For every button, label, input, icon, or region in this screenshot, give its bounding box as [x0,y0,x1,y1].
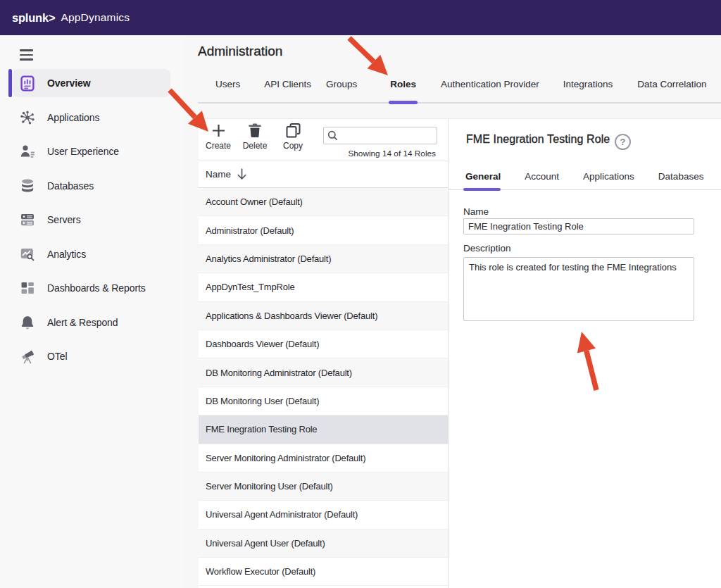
splunk-logo: splunk> [12,11,55,25]
role-name-cell: Applications & Dashboards Viewer (Defaul… [206,311,377,321]
role-detail-title: FME Inegration Testing Role [466,133,610,146]
detail-tab-databases[interactable]: Databases [658,171,704,189]
tab-data-correlation[interactable]: Data Correlation [627,74,717,102]
sidebar-item-label: Overview [47,77,90,89]
sidebar-item-label: Databases [47,180,94,192]
tab-integrations[interactable]: Integrations [553,74,624,102]
servers-stack-icon [20,212,35,227]
sidebar-item-label: Servers [47,214,81,225]
role-row-appdyntest-tmprole[interactable]: AppDynTest_TmpRole [199,273,448,301]
trash-icon [235,123,275,138]
role-name-cell: Account Owner (Default) [206,196,303,207]
detail-tab-account[interactable]: Account [525,171,559,189]
role-name-cell: Server Monitoring User (Default) [206,481,333,492]
sidebar-item-user-experience[interactable]: User Experience [13,137,170,165]
sidebar: OverviewApplicationsUser ExperienceDatab… [0,35,183,588]
table-header[interactable]: Name [199,161,448,188]
showing-count-text: Showing 14 of 14 Roles [348,149,436,158]
copy-button-label: Copy [273,141,313,151]
role-name-cell: Universal Agent User (Default) [206,538,325,549]
sidebar-item-databases[interactable]: Databases [13,172,170,200]
sidebar-item-overview[interactable]: Overview [13,69,170,97]
sidebar-item-otel[interactable]: OTel [13,342,170,370]
role-row-db-monitoring-user-default[interactable]: DB Monitoring User (Default) [199,387,448,415]
tab-authentication-provider[interactable]: Authentication Provider [430,74,550,102]
role-name-cell: DB Monitoring User (Default) [206,396,319,406]
plus-icon [199,123,238,138]
sidebar-item-label: Alert & Respond [47,317,118,328]
role-detail-tabs: GeneralAccountApplicationsDatabases [465,171,703,189]
roles-table-rows: Account Owner (Default)Administrator (De… [199,188,448,586]
search-input[interactable] [341,131,425,141]
detail-tab-applications[interactable]: Applications [583,171,634,189]
role-name-cell: Universal Agent Administrator (Default) [206,509,358,520]
sidebar-item-applications[interactable]: Applications [13,104,170,132]
create-button-label: Create [199,141,238,151]
role-name-cell: Server Monitoring Administrator (Default… [206,453,365,463]
name-column-header[interactable]: Name [206,169,231,180]
roles-toolbar: Create Delete Copy Showing 14 of 14 Role… [199,119,448,161]
tab-groups[interactable]: Groups [315,74,368,102]
overview-document-chart-icon [20,75,35,91]
otel-telescope-icon [20,349,35,364]
role-name-cell: Workflow Executor (Default) [206,566,315,577]
sidebar-item-alert-respond[interactable]: Alert & Respond [13,308,170,337]
appdynamics-logo-text: AppDynamics [61,11,130,24]
tab-users[interactable]: Users [205,74,251,102]
description-field-label: Description [463,243,511,254]
role-row-server-monitoring-user-default[interactable]: Server Monitoring User (Default) [199,473,448,501]
role-row-fme-inegration-testing-role[interactable]: FME Inegration Testing Role [199,415,448,444]
sidebar-item-dashboards-reports[interactable]: Dashboards & Reports [13,274,170,302]
role-name-cell: AppDynTest_TmpRole [206,282,294,292]
tab-roles[interactable]: Roles [380,74,427,102]
analytics-chart-magnifier-icon [20,246,35,262]
name-field-label: Name [463,206,489,217]
top-bar: splunk> AppDynamics [0,0,721,35]
hamburger-menu-icon[interactable] [20,49,33,61]
role-general-form: Name Description This role is created fo… [449,190,721,470]
sidebar-item-label: Analytics [47,249,86,260]
roles-list-panel: Create Delete Copy Showing 14 of 14 Role… [199,118,449,588]
role-name-cell: Administrator (Default) [206,225,294,236]
databases-cylinder-icon [20,178,35,194]
sidebar-item-label: User Experience [47,146,119,157]
dashboards-grid-icon [20,280,35,296]
sidebar-item-label: Dashboards & Reports [47,282,146,294]
applications-network-icon [20,110,35,125]
user-experience-person-icon [20,144,35,159]
role-row-dashboards-viewer-default[interactable]: Dashboards Viewer (Default) [199,330,448,358]
help-icon[interactable]: ? [615,134,631,150]
page-title: Administration [198,44,282,59]
sidebar-nav: OverviewApplicationsUser ExperienceDatab… [0,69,183,377]
delete-button-label: Delete [235,141,275,151]
role-description-textarea[interactable]: This role is created for testing the FME… [463,257,694,321]
role-row-analytics-administrator-default[interactable]: Analytics Administrator (Default) [199,245,448,273]
role-name-cell: Dashboards Viewer (Default) [206,339,319,349]
copy-button[interactable]: Copy [273,123,313,151]
tab-api-clients[interactable]: API Clients [253,74,322,102]
role-row-account-owner-default[interactable]: Account Owner (Default) [199,188,448,216]
create-button[interactable]: Create [199,123,238,151]
search-icon [327,130,338,141]
administration-page: splunk> AppDynamics OverviewApplications… [0,0,721,588]
delete-button[interactable]: Delete [235,123,275,151]
role-detail-panel: FME Inegration Testing Role ? GeneralAcc… [449,118,721,588]
tabs-divider [198,102,721,104]
role-row-db-monitoring-administrator-default[interactable]: DB Monitoring Administrator (Default) [199,358,448,387]
role-row-applications-dashboards-viewer-default[interactable]: Applications & Dashboards Viewer (Defaul… [199,302,448,330]
sidebar-item-analytics[interactable]: Analytics [13,240,170,268]
role-row-workflow-executor-default[interactable]: Workflow Executor (Default) [199,558,448,586]
role-row-server-monitoring-administrator-default[interactable]: Server Monitoring Administrator (Default… [199,444,448,473]
sort-descending-icon [237,168,247,180]
arrow-to-roles-tab [347,36,388,75]
detail-tab-general[interactable]: General [465,171,501,189]
search-box[interactable] [323,127,437,144]
role-name-input[interactable] [463,218,694,234]
role-row-universal-agent-administrator-default[interactable]: Universal Agent Administrator (Default) [199,501,448,529]
role-name-cell: FME Inegration Testing Role [206,424,317,434]
alert-bell-icon [20,315,35,330]
role-row-universal-agent-user-default[interactable]: Universal Agent User (Default) [199,530,448,558]
sidebar-item-servers[interactable]: Servers [13,206,170,234]
role-row-administrator-default[interactable]: Administrator (Default) [199,216,448,244]
role-name-cell: DB Monitoring Administrator (Default) [206,368,352,378]
